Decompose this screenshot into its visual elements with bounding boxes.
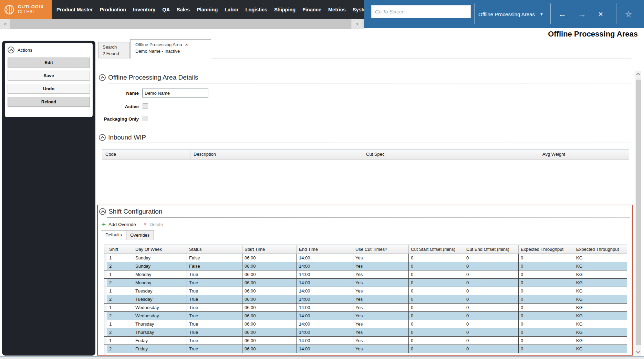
column-header-avg-weight[interactable]: Avg Weight xyxy=(539,150,629,159)
horizontal-scrollbar[interactable]: < > xyxy=(0,19,364,29)
grid-cell[interactable]: 0 xyxy=(409,262,464,270)
grid-cell[interactable]: 06:00 xyxy=(242,304,297,312)
grid-cell[interactable]: KG xyxy=(574,254,627,262)
scroll-left-button[interactable]: < xyxy=(0,19,10,29)
grid-cell[interactable]: 0 xyxy=(464,304,519,312)
collapse-shift-config-icon[interactable] xyxy=(99,208,106,215)
table-row[interactable]: 2MondayTrue06:0014:00Yes000KG xyxy=(104,279,627,287)
grid-cell[interactable]: Yes xyxy=(353,312,409,320)
grid-cell[interactable]: KG xyxy=(574,295,627,304)
grid-cell[interactable]: True xyxy=(187,279,242,287)
grid-cell[interactable]: Yes xyxy=(353,304,409,312)
grid-cell[interactable]: Sunday xyxy=(133,262,187,270)
grid-cell[interactable]: KG xyxy=(574,345,627,353)
nav-item-metrics[interactable]: Metrics xyxy=(328,7,346,12)
add-override-button[interactable]: Add Override xyxy=(108,222,136,227)
grid-cell[interactable]: 0 xyxy=(464,320,519,328)
grid-cell[interactable]: 06:00 xyxy=(242,320,297,328)
grid-cell[interactable]: KG xyxy=(574,312,627,320)
grid-cell[interactable]: 0 xyxy=(409,254,464,262)
nav-item-logistics[interactable]: Logistics xyxy=(246,7,268,12)
grid-cell[interactable]: 2 xyxy=(107,295,133,304)
grid-cell[interactable]: 0 xyxy=(409,312,464,320)
grid-cell[interactable]: 2 xyxy=(107,279,133,287)
grid-cell[interactable]: 06:00 xyxy=(242,279,297,287)
grid-cell[interactable]: 0 xyxy=(519,345,574,353)
grid-cell[interactable]: 0 xyxy=(464,295,519,304)
grid-cell[interactable]: 14:00 xyxy=(297,287,353,295)
grid-cell[interactable]: 14:00 xyxy=(297,320,353,328)
grid-cell[interactable]: Yes xyxy=(353,328,409,337)
grid-cell[interactable]: KG xyxy=(574,279,627,287)
nav-item-shipping[interactable]: Shipping xyxy=(274,7,295,12)
grid-cell[interactable]: 14:00 xyxy=(297,262,353,270)
grid-cell[interactable]: 0 xyxy=(519,262,574,270)
grid-cell[interactable]: True xyxy=(187,328,242,337)
nav-item-sales[interactable]: Sales xyxy=(177,7,190,12)
grid-cell[interactable]: 14:00 xyxy=(297,279,353,287)
column-header-description[interactable]: Description xyxy=(190,150,363,159)
grid-cell[interactable]: Yes xyxy=(353,287,409,295)
grid-cell[interactable]: 0 xyxy=(519,312,574,320)
grid-cell[interactable]: 2 xyxy=(107,345,133,353)
grid-cell[interactable]: 0 xyxy=(409,345,464,353)
grid-cell[interactable]: 06:00 xyxy=(242,254,297,262)
grid-cell[interactable]: 06:00 xyxy=(242,337,297,345)
nav-item-labor[interactable]: Labor xyxy=(225,7,238,12)
grid-cell[interactable]: 06:00 xyxy=(242,312,297,320)
reload-button[interactable]: Reload xyxy=(8,97,90,107)
table-row[interactable]: 1SundayFalse06:0014:00Yes000KG xyxy=(104,254,627,262)
grid-cell[interactable]: Thursday xyxy=(133,328,187,337)
grid-cell[interactable]: Yes xyxy=(353,295,409,304)
horizontal-scrollbar-thumb[interactable] xyxy=(10,19,351,29)
grid-cell[interactable]: KG xyxy=(574,320,627,328)
scroll-up-icon[interactable] xyxy=(636,73,640,76)
grid-cell[interactable]: Yes xyxy=(353,270,409,279)
grid-cell[interactable]: Yes xyxy=(353,337,409,345)
grid-cell[interactable]: 0 xyxy=(409,320,464,328)
grid-cell[interactable]: 1 xyxy=(107,304,133,312)
grid-cell[interactable]: Friday xyxy=(133,345,187,353)
column-header-shift[interactable]: Shift xyxy=(107,245,133,254)
grid-cell[interactable]: Friday xyxy=(133,337,187,345)
grid-cell[interactable]: True xyxy=(187,312,242,320)
table-row[interactable]: 1MondayTrue06:0014:00Yes000KG xyxy=(104,270,627,279)
grid-cell[interactable]: 14:00 xyxy=(297,345,353,353)
grid-cell[interactable]: Tuesday xyxy=(133,295,187,304)
grid-cell[interactable]: Wednesday xyxy=(133,304,187,312)
grid-cell[interactable]: 0 xyxy=(519,337,574,345)
grid-cell[interactable]: False xyxy=(187,262,242,270)
grid-cell[interactable]: KG xyxy=(574,328,627,337)
grid-cell[interactable]: Thursday xyxy=(133,320,187,328)
grid-cell[interactable]: 1 xyxy=(107,287,133,295)
grid-cell[interactable]: True xyxy=(187,295,242,304)
grid-cell[interactable]: 14:00 xyxy=(297,337,353,345)
grid-cell[interactable]: 0 xyxy=(519,270,574,279)
column-header-expected-throughput[interactable]: Expected Throughput xyxy=(519,245,574,254)
table-row[interactable]: 2FridayTrue06:0014:00Yes000KG xyxy=(104,345,627,353)
grid-cell[interactable]: True xyxy=(187,304,242,312)
nav-item-inventory[interactable]: Inventory xyxy=(133,7,155,12)
go-to-screen-input[interactable] xyxy=(371,5,471,18)
grid-cell[interactable]: 0 xyxy=(519,304,574,312)
grid-cell[interactable]: 0 xyxy=(464,287,519,295)
subtab-defaults[interactable]: Defaults xyxy=(101,230,126,240)
close-screen-button[interactable]: × xyxy=(594,0,607,28)
grid-cell[interactable]: Yes xyxy=(353,279,409,287)
grid-cell[interactable]: 0 xyxy=(464,337,519,345)
table-row[interactable]: 1WednesdayTrue06:0014:00Yes000KG xyxy=(104,304,627,312)
nav-item-system[interactable]: System xyxy=(353,7,364,12)
grid-cell[interactable]: Yes xyxy=(353,345,409,353)
tab-close-icon[interactable]: × xyxy=(185,42,188,47)
grid-cell[interactable]: Yes xyxy=(353,262,409,270)
column-header-status[interactable]: Status xyxy=(187,245,242,254)
table-row[interactable]: 2SundayFalse06:0014:00Yes000KG xyxy=(104,262,627,270)
grid-cell[interactable]: True xyxy=(187,337,242,345)
add-plus-icon[interactable]: + xyxy=(102,220,106,228)
grid-cell[interactable]: 2 xyxy=(107,312,133,320)
nav-item-product-master[interactable]: Product Master xyxy=(56,7,93,12)
grid-cell[interactable]: Monday xyxy=(133,270,187,279)
grid-cell[interactable]: 1 xyxy=(107,337,133,345)
grid-cell[interactable]: 0 xyxy=(464,328,519,337)
collapse-actions-icon[interactable] xyxy=(8,47,14,53)
